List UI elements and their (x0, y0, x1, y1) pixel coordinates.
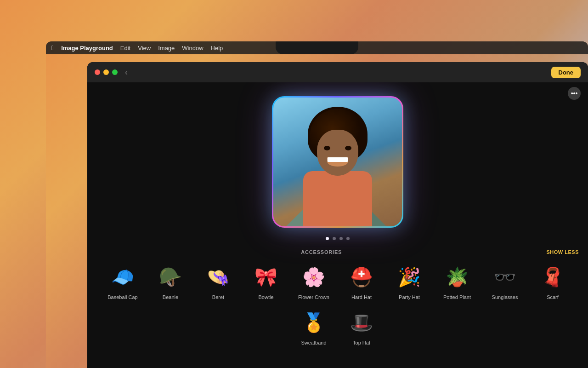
accessory-bowtie[interactable]: 🎀 Bowtie (248, 262, 284, 300)
teeth (328, 157, 348, 162)
accessory-grid: 🧢 Baseball Cap 🪖 Beanie 👒 Beret (96, 262, 579, 355)
accessory-top-hat[interactable]: 🎩 Top Hat (343, 308, 380, 346)
accessory-hard-hat[interactable]: ⛑️ Hard Hat (343, 262, 380, 300)
menu-view[interactable]: View (138, 45, 151, 52)
beanie-icon: 🪖 (156, 262, 185, 292)
accessory-party-hat[interactable]: 🎉 Party Hat (391, 262, 428, 300)
menu-image[interactable]: Image (158, 45, 175, 52)
generated-image (273, 98, 402, 226)
laptop-frame:  Image Playground Edit View Image Windo… (46, 41, 588, 368)
flower-crown-label: Flower Crown (298, 294, 329, 300)
menu-help[interactable]: Help (211, 45, 223, 52)
accessory-beret[interactable]: 👒 Beret (200, 262, 237, 300)
accessory-potted-plant[interactable]: 🪴 Potted Plant (439, 262, 475, 300)
traffic-lights (95, 69, 118, 75)
accessory-sunglasses[interactable]: 🕶️ Sunglasses (486, 262, 523, 300)
jacket (303, 171, 372, 226)
potted-plant-icon: 🪴 (442, 262, 472, 292)
dot-4[interactable] (346, 237, 350, 240)
hard-hat-label: Hard Hat (351, 294, 372, 300)
sweatband-icon: 🏅 (299, 308, 328, 337)
beret-icon: 👒 (204, 262, 233, 292)
notch (276, 41, 358, 54)
minimize-button[interactable] (103, 69, 109, 75)
scarf-label: Scarf (547, 294, 559, 300)
baseball-cap-label: Baseball Cap (107, 294, 137, 300)
accessories-section: ACCESSORIES SHOW LESS 🧢 Baseball Cap 🪖 B… (87, 240, 588, 355)
fullscreen-button[interactable] (112, 69, 118, 75)
left-eye (324, 146, 330, 150)
dot-3[interactable] (339, 237, 343, 240)
bowtie-label: Bowtie (258, 294, 273, 300)
section-header: ACCESSORIES SHOW LESS (96, 249, 579, 255)
sunglasses-label: Sunglasses (492, 294, 518, 300)
generated-image-wrapper (272, 96, 403, 228)
hair (308, 107, 368, 162)
beanie-label: Beanie (163, 294, 178, 300)
beret-label: Beret (212, 294, 224, 300)
close-button[interactable] (95, 69, 100, 75)
top-hat-icon: 🎩 (347, 308, 376, 337)
accessory-flower-crown[interactable]: 🌸 Flower Crown (295, 262, 332, 300)
flower-crown-icon: 🌸 (299, 262, 328, 292)
hard-hat-icon: ⛑️ (347, 262, 376, 292)
sunglasses-icon: 🕶️ (490, 262, 520, 292)
person-figure (296, 107, 379, 226)
right-eye (345, 146, 351, 150)
accessory-baseball-cap[interactable]: 🧢 Baseball Cap (104, 262, 141, 300)
face (317, 130, 358, 176)
accessory-sweatband[interactable]: 🏅 Sweatband (295, 308, 332, 346)
bowtie-icon: 🎀 (251, 262, 281, 292)
sweatband-label: Sweatband (301, 340, 326, 346)
back-button[interactable]: ‹ (125, 68, 128, 77)
image-inner (273, 98, 402, 226)
apple-logo-icon:  (51, 44, 54, 52)
smile (328, 157, 348, 167)
main-content: ••• (87, 82, 588, 368)
top-hat-label: Top Hat (353, 340, 370, 346)
app-name-label: Image Playground (61, 45, 113, 52)
done-button[interactable]: Done (551, 67, 581, 78)
menu-window[interactable]: Window (182, 45, 203, 52)
baseball-cap-icon: 🧢 (108, 262, 137, 292)
dot-indicators (326, 237, 350, 240)
party-hat-icon: 🎉 (395, 262, 424, 292)
more-options-button[interactable]: ••• (568, 87, 581, 100)
laptop-screen:  Image Playground Edit View Image Windo… (46, 41, 588, 368)
accessory-beanie[interactable]: 🪖 Beanie (152, 262, 189, 300)
image-display-area: ••• (87, 82, 588, 240)
potted-plant-label: Potted Plant (443, 294, 471, 300)
section-title-label: ACCESSORIES (96, 249, 546, 255)
accessory-scarf[interactable]: 🧣 Scarf (534, 262, 571, 300)
eyes (324, 146, 351, 150)
dot-2[interactable] (333, 237, 336, 240)
dot-1[interactable] (326, 237, 329, 240)
title-bar: ‹ Done (87, 62, 588, 82)
show-less-button[interactable]: SHOW LESS (546, 249, 579, 255)
app-window: ‹ Done ••• (87, 62, 588, 368)
scarf-icon: 🧣 (538, 262, 567, 292)
party-hat-label: Party Hat (399, 294, 420, 300)
menu-edit[interactable]: Edit (120, 45, 130, 52)
